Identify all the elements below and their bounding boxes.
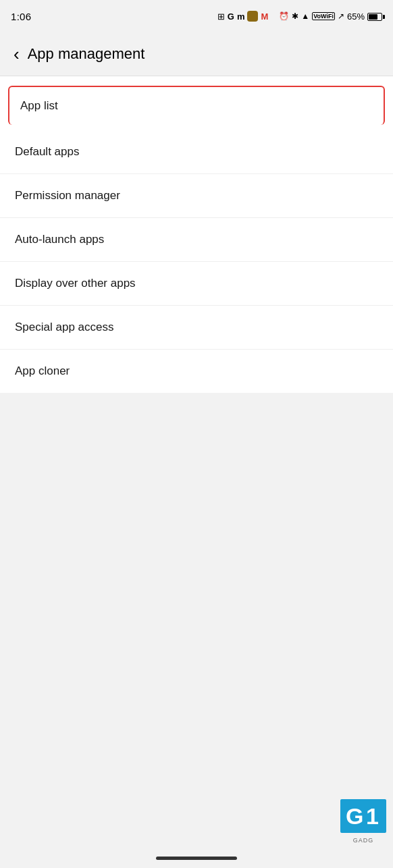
menu-item-default-apps[interactable]: Default apps — [0, 130, 393, 174]
g-icon: G — [228, 11, 234, 22]
watermark-box: G 1 — [340, 799, 386, 833]
wifi-icon: ▲ — [301, 11, 309, 21]
battery-percent: 65% — [347, 11, 365, 22]
menu-item-permission-manager-label: Permission manager — [15, 189, 120, 202]
menu-item-app-list-label: App list — [20, 99, 58, 113]
app-icon — [247, 11, 258, 22]
watermark-svg: G 1 — [344, 803, 382, 830]
alarm-icon: ⏰ — [279, 11, 289, 21]
status-time: 1:06 — [11, 11, 31, 22]
home-bar — [156, 857, 237, 860]
menu-item-app-cloner[interactable]: App cloner — [0, 350, 393, 393]
back-button[interactable]: ‹ — [11, 41, 22, 67]
grid-icon: ⊞ — [217, 11, 225, 22]
svg-text:G: G — [346, 803, 363, 829]
bluetooth-icon: ✱ — [292, 11, 298, 21]
vowifi-icon: VoWiFi — [312, 12, 335, 20]
menu-item-permission-manager[interactable]: Permission manager — [0, 174, 393, 218]
page-title: App management — [28, 45, 145, 63]
menu-list: App list Default apps Permission manager… — [0, 76, 393, 393]
menu-item-display-over[interactable]: Display over other apps — [0, 262, 393, 306]
menu-item-auto-launch[interactable]: Auto-launch apps — [0, 218, 393, 262]
signal-icon: ↗ — [338, 11, 344, 21]
watermark: G 1 GADG — [340, 799, 386, 834]
svg-text:1: 1 — [366, 803, 379, 829]
gmail-icon: M — [261, 11, 268, 22]
battery-icon — [367, 11, 382, 22]
page-header: ‹ App management — [0, 32, 393, 76]
watermark-label: GADG — [340, 837, 386, 844]
menu-item-special-access-label: Special app access — [15, 321, 113, 334]
m-icon: m — [237, 11, 245, 22]
menu-item-special-access[interactable]: Special app access — [0, 306, 393, 350]
status-icons: ⊞ G m M ⏰ ✱ ▲ VoWiFi ↗ 65% — [217, 11, 382, 22]
menu-item-auto-launch-label: Auto-launch apps — [15, 233, 104, 246]
menu-item-display-over-label: Display over other apps — [15, 277, 136, 290]
status-bar: 1:06 ⊞ G m M ⏰ ✱ ▲ VoWiFi ↗ 65% — [0, 0, 393, 32]
menu-item-app-list[interactable]: App list — [8, 86, 385, 125]
menu-item-app-cloner-label: App cloner — [15, 364, 70, 378]
menu-item-default-apps-label: Default apps — [15, 145, 79, 159]
